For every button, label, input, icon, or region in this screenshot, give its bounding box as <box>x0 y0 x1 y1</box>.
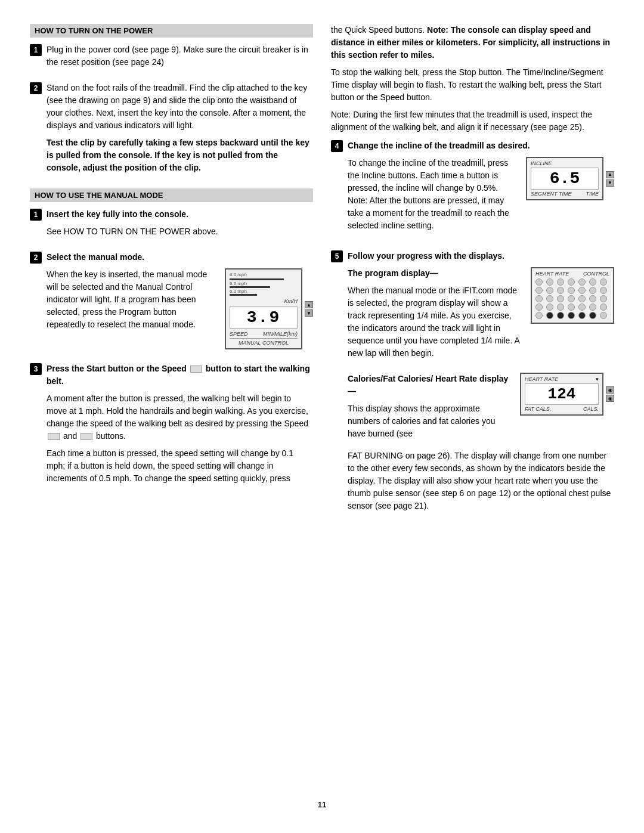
step-4-num: 4 <box>331 140 343 152</box>
incline-buttons: ▲ ▼ <box>606 171 614 187</box>
step-num-1: 1 <box>30 44 42 56</box>
calories-text2: FAT BURNING on page 26). The display wil… <box>348 450 614 512</box>
step-5: 5 Follow your progress with the displays… <box>331 250 614 517</box>
dot <box>568 278 575 286</box>
step-manual-2: 2 Select the manual mode. When the key i… <box>30 251 313 354</box>
dot <box>546 312 553 319</box>
right-intro-note: Note: During the first few minutes that … <box>331 109 614 134</box>
dot <box>557 304 564 311</box>
dot <box>589 304 596 311</box>
speed-down-btn: ▼ <box>305 309 313 317</box>
speed-display-box: 6.0 mph 6.0 mph 6.0 mph Km/H <box>225 268 302 349</box>
program-display-section: The program display— When the manual mod… <box>348 267 614 364</box>
step-num-2: 2 <box>30 82 42 94</box>
dot <box>535 295 543 302</box>
dot <box>546 295 553 302</box>
prog-top-label: HEART RATE CONTROL <box>535 271 609 277</box>
dot <box>578 278 586 286</box>
dot <box>568 287 575 294</box>
left-column: HOW TO TURN ON THE POWER 1 Plug in the p… <box>30 24 313 797</box>
step-manual-3-text1: A moment after the button is pressed, th… <box>47 392 313 442</box>
calories-text: Calories/Fat Calories/ Heart Rate displa… <box>348 373 512 445</box>
dot <box>589 312 596 319</box>
hr-bottom-labels: FAT CALS. CALS. <box>525 406 599 412</box>
dot <box>535 287 543 294</box>
step-manual-num-3: 3 <box>30 363 42 375</box>
program-display-title: The program display— <box>348 267 522 280</box>
manual-control-label: MANUAL CONTROL <box>230 338 298 346</box>
step-power-2-content: Stand on the foot rails of the treadmill… <box>47 82 313 179</box>
incline-display-box: INCLINE 6.5 SEGMENT TIME TIME <box>526 157 603 200</box>
hr-display-box: HEART RATE ♥ 124 FAT CALS. CALS. <box>520 373 603 416</box>
program-display-text: When the manual mode or the iFIT.com mod… <box>348 284 522 360</box>
dot <box>568 312 575 319</box>
right-intro: the Quick Speed buttons. Note: The conso… <box>331 24 614 134</box>
program-diagram-container: The program display— When the manual mod… <box>348 267 614 364</box>
step-manual-2-diagram: When the key is inserted, the manual mod… <box>47 268 313 349</box>
speed-up-btn: ▲ <box>305 301 313 308</box>
step-manual-3: 3 Press the Start button or the Speed bu… <box>30 363 313 490</box>
calories-title: Calories/Fat Calories/ Heart Rate displa… <box>348 373 512 398</box>
speed-row-labels: 6.0 mph <box>230 272 298 277</box>
speed-label-right: MIN/MILE(km) <box>263 331 298 337</box>
speed-bottom-labels: SPEED MIN/MILE(km) <box>230 331 298 337</box>
speed-bars: 6.0 mph 6.0 mph <box>230 278 298 296</box>
incline-top-label: INCLINE <box>531 160 599 166</box>
calories-diagram-container: Calories/Fat Calories/ Heart Rate displa… <box>348 373 614 445</box>
incline-up-btn: ▲ <box>606 171 614 178</box>
hr-label-left: FAT CALS. <box>525 406 551 412</box>
step-manual-num-1: 1 <box>30 209 42 221</box>
step-manual-3-text4: Each time a button is pressed, the speed… <box>47 447 313 485</box>
step-4: 4 Change the incline of the treadmill as… <box>331 140 614 241</box>
dots-row-4 <box>535 304 609 311</box>
speed-buttons: ▲ ▼ <box>305 301 313 317</box>
dot <box>557 312 564 319</box>
incline-value: 6.5 <box>531 168 599 190</box>
step-manual-1-content: Insert the key fully into the console. S… <box>47 208 313 243</box>
page-number: 11 <box>0 800 644 809</box>
step-5-num: 5 <box>331 250 343 262</box>
dot <box>546 287 553 294</box>
step-manual-2-content: Select the manual mode. When the key is … <box>47 251 313 354</box>
step-power-2-text2: Test the clip by carefully taking a few … <box>47 137 313 174</box>
dot <box>578 295 586 302</box>
hr-btn-1: ◉ <box>606 386 614 394</box>
hr-btn-2: ◉ <box>606 395 614 402</box>
dot <box>600 304 607 311</box>
dot <box>589 287 596 294</box>
speed-value: 3.9 <box>230 306 298 329</box>
section-manual: HOW TO USE THE MANUAL MODE 1 Insert the … <box>30 188 313 490</box>
step-5-bold: Follow your progress with the displays. <box>348 250 614 262</box>
hr-display-container: HEART RATE ♥ 124 FAT CALS. CALS. <box>520 373 614 416</box>
calories-display-section: Calories/Fat Calories/ Heart Rate displa… <box>348 373 614 512</box>
step-manual-1-text: See HOW TO TURN ON THE POWER above. <box>47 225 313 238</box>
step-power-2: 2 Stand on the foot rails of the treadmi… <box>30 82 313 179</box>
dot <box>600 278 607 286</box>
step-manual-2-bold: Select the manual mode. <box>47 251 313 264</box>
step-5-content: Follow your progress with the displays. … <box>348 250 614 517</box>
hr-label-right: CALS. <box>583 406 599 412</box>
step-4-bold: Change the incline of the treadmill as d… <box>348 140 614 152</box>
incline-down-btn: ▼ <box>606 179 614 187</box>
step-manual-2-text: When the key is inserted, the manual mod… <box>47 268 216 336</box>
dot <box>535 278 543 286</box>
speed-bar-label-1: 6.0 mph <box>230 272 247 277</box>
step-manual-3-bold: Press the Start button or the Speed butt… <box>47 363 313 388</box>
dot <box>568 304 575 311</box>
dots-row-1 <box>535 278 609 286</box>
step-4-content: Change the incline of the treadmill as d… <box>348 140 614 241</box>
hr-top-label: HEART RATE ♥ <box>525 376 599 382</box>
right-intro-p2: To stop the walking belt, press the Stop… <box>331 66 614 104</box>
step-4-diagram: To change the incline of the treadmill, … <box>348 157 614 237</box>
step-power-1: 1 Plug in the power cord (see page 9). M… <box>30 44 313 73</box>
dot <box>578 287 586 294</box>
section-manual-header: HOW TO USE THE MANUAL MODE <box>30 188 313 202</box>
incline-display-container: INCLINE 6.5 SEGMENT TIME TIME ▲ ▼ <box>526 157 614 200</box>
dots-row-5 <box>535 312 609 319</box>
step-power-2-text1: Stand on the foot rails of the treadmill… <box>47 82 313 132</box>
dot <box>578 304 586 311</box>
incline-bottom-labels: SEGMENT TIME TIME <box>531 191 599 197</box>
step-manual-3-content: Press the Start button or the Speed butt… <box>47 363 313 490</box>
speed-display-container: 6.0 mph 6.0 mph 6.0 mph Km/H <box>225 268 313 349</box>
hr-value: 124 <box>525 383 599 405</box>
